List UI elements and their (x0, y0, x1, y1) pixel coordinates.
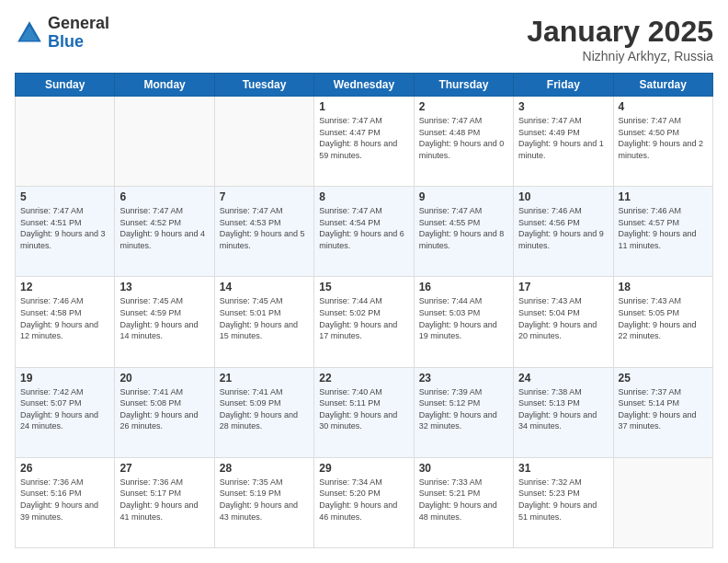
day-info: Sunrise: 7:44 AM Sunset: 5:02 PM Dayligh… (319, 295, 408, 341)
day-cell: 26Sunrise: 7:36 AM Sunset: 5:16 PM Dayli… (16, 457, 115, 547)
day-cell: 10Sunrise: 7:46 AM Sunset: 4:56 PM Dayli… (514, 187, 613, 277)
day-info: Sunrise: 7:46 AM Sunset: 4:56 PM Dayligh… (518, 205, 608, 251)
day-info: Sunrise: 7:46 AM Sunset: 4:57 PM Dayligh… (619, 205, 708, 251)
page: General Blue January 2025 Nizhniy Arkhyz… (0, 0, 728, 563)
day-info: Sunrise: 7:41 AM Sunset: 5:09 PM Dayligh… (220, 386, 309, 432)
day-number: 2 (419, 100, 508, 113)
day-number: 29 (319, 462, 408, 475)
day-info: Sunrise: 7:47 AM Sunset: 4:47 PM Dayligh… (319, 115, 408, 161)
day-info: Sunrise: 7:47 AM Sunset: 4:54 PM Dayligh… (319, 205, 408, 251)
day-info: Sunrise: 7:40 AM Sunset: 5:11 PM Dayligh… (319, 386, 408, 432)
day-cell: 15Sunrise: 7:44 AM Sunset: 5:02 PM Dayli… (314, 277, 414, 367)
day-cell: 7Sunrise: 7:47 AM Sunset: 4:53 PM Daylig… (214, 187, 313, 277)
day-number: 12 (20, 281, 109, 293)
day-info: Sunrise: 7:32 AM Sunset: 5:23 PM Dayligh… (518, 477, 608, 523)
day-number: 1 (319, 100, 408, 113)
day-info: Sunrise: 7:36 AM Sunset: 5:17 PM Dayligh… (119, 477, 209, 523)
day-cell: 20Sunrise: 7:41 AM Sunset: 5:08 PM Dayli… (115, 367, 214, 457)
day-cell: 6Sunrise: 7:47 AM Sunset: 4:52 PM Daylig… (115, 187, 214, 277)
day-number: 27 (119, 462, 209, 475)
day-info: Sunrise: 7:41 AM Sunset: 5:08 PM Dayligh… (119, 386, 209, 432)
day-number: 25 (619, 372, 708, 385)
day-cell: 1Sunrise: 7:47 AM Sunset: 4:47 PM Daylig… (314, 97, 414, 187)
day-info: Sunrise: 7:42 AM Sunset: 5:07 PM Dayligh… (20, 386, 109, 432)
day-cell: 31Sunrise: 7:32 AM Sunset: 5:23 PM Dayli… (514, 457, 613, 547)
logo-general-text: General (48, 15, 109, 33)
week-row-2: 12Sunrise: 7:46 AM Sunset: 4:58 PM Dayli… (16, 277, 713, 367)
day-cell (115, 97, 214, 187)
calendar-title: January 2025 (527, 15, 713, 49)
day-cell (16, 97, 115, 187)
day-cell: 30Sunrise: 7:33 AM Sunset: 5:21 PM Dayli… (414, 457, 513, 547)
day-number: 5 (20, 190, 109, 203)
logo-blue-text: Blue (48, 33, 109, 52)
day-cell: 8Sunrise: 7:47 AM Sunset: 4:54 PM Daylig… (314, 187, 414, 277)
day-cell: 23Sunrise: 7:39 AM Sunset: 5:12 PM Dayli… (414, 367, 513, 457)
day-number: 18 (619, 281, 708, 293)
day-cell: 28Sunrise: 7:35 AM Sunset: 5:19 PM Dayli… (214, 457, 313, 547)
day-number: 26 (20, 462, 109, 475)
day-info: Sunrise: 7:47 AM Sunset: 4:49 PM Dayligh… (518, 115, 608, 161)
day-header-sunday: Sunday (16, 74, 115, 97)
day-info: Sunrise: 7:34 AM Sunset: 5:20 PM Dayligh… (319, 477, 408, 523)
day-info: Sunrise: 7:47 AM Sunset: 4:51 PM Dayligh… (20, 205, 109, 251)
day-info: Sunrise: 7:38 AM Sunset: 5:13 PM Dayligh… (518, 386, 608, 432)
day-cell: 12Sunrise: 7:46 AM Sunset: 4:58 PM Dayli… (16, 277, 115, 367)
calendar-table: SundayMondayTuesdayWednesdayThursdayFrid… (15, 73, 713, 548)
day-cell: 9Sunrise: 7:47 AM Sunset: 4:55 PM Daylig… (414, 187, 513, 277)
day-number: 7 (220, 190, 309, 203)
day-cell: 11Sunrise: 7:46 AM Sunset: 4:57 PM Dayli… (613, 187, 712, 277)
day-header-wednesday: Wednesday (314, 74, 414, 97)
day-info: Sunrise: 7:47 AM Sunset: 4:55 PM Dayligh… (419, 205, 508, 251)
day-cell: 19Sunrise: 7:42 AM Sunset: 5:07 PM Dayli… (16, 367, 115, 457)
day-number: 16 (419, 281, 508, 293)
day-info: Sunrise: 7:45 AM Sunset: 5:01 PM Dayligh… (220, 295, 309, 341)
day-info: Sunrise: 7:43 AM Sunset: 5:04 PM Dayligh… (518, 295, 608, 341)
day-header-monday: Monday (115, 74, 214, 97)
day-number: 17 (518, 281, 608, 293)
day-number: 28 (220, 462, 309, 475)
day-number: 10 (518, 190, 608, 203)
day-number: 8 (319, 190, 408, 203)
day-info: Sunrise: 7:47 AM Sunset: 4:53 PM Dayligh… (220, 205, 309, 251)
logo-icon (15, 18, 44, 48)
day-number: 21 (220, 372, 309, 385)
day-cell: 16Sunrise: 7:44 AM Sunset: 5:03 PM Dayli… (414, 277, 513, 367)
day-number: 30 (419, 462, 508, 475)
day-info: Sunrise: 7:39 AM Sunset: 5:12 PM Dayligh… (419, 386, 508, 432)
day-cell: 25Sunrise: 7:37 AM Sunset: 5:14 PM Dayli… (613, 367, 712, 457)
day-cell: 5Sunrise: 7:47 AM Sunset: 4:51 PM Daylig… (16, 187, 115, 277)
day-number: 23 (419, 372, 508, 385)
day-cell: 14Sunrise: 7:45 AM Sunset: 5:01 PM Dayli… (214, 277, 313, 367)
logo-text: General Blue (48, 15, 109, 52)
day-number: 15 (319, 281, 408, 293)
day-number: 14 (220, 281, 309, 293)
day-cell (613, 457, 712, 547)
day-cell: 2Sunrise: 7:47 AM Sunset: 4:48 PM Daylig… (414, 97, 513, 187)
day-info: Sunrise: 7:44 AM Sunset: 5:03 PM Dayligh… (419, 295, 508, 341)
day-info: Sunrise: 7:33 AM Sunset: 5:21 PM Dayligh… (419, 477, 508, 523)
day-cell: 13Sunrise: 7:45 AM Sunset: 4:59 PM Dayli… (115, 277, 214, 367)
week-row-4: 26Sunrise: 7:36 AM Sunset: 5:16 PM Dayli… (16, 457, 713, 547)
day-number: 22 (319, 372, 408, 385)
day-info: Sunrise: 7:36 AM Sunset: 5:16 PM Dayligh… (20, 477, 109, 523)
day-header-thursday: Thursday (414, 74, 513, 97)
day-cell: 22Sunrise: 7:40 AM Sunset: 5:11 PM Dayli… (314, 367, 414, 457)
title-block: January 2025 Nizhniy Arkhyz, Russia (527, 15, 713, 63)
day-cell: 4Sunrise: 7:47 AM Sunset: 4:50 PM Daylig… (613, 97, 712, 187)
day-number: 31 (518, 462, 608, 475)
day-header-tuesday: Tuesday (214, 74, 313, 97)
day-number: 6 (119, 190, 209, 203)
day-info: Sunrise: 7:46 AM Sunset: 4:58 PM Dayligh… (20, 295, 109, 341)
week-row-0: 1Sunrise: 7:47 AM Sunset: 4:47 PM Daylig… (16, 97, 713, 187)
day-info: Sunrise: 7:47 AM Sunset: 4:50 PM Dayligh… (619, 115, 708, 161)
day-cell: 27Sunrise: 7:36 AM Sunset: 5:17 PM Dayli… (115, 457, 214, 547)
day-number: 9 (419, 190, 508, 203)
day-number: 3 (518, 100, 608, 113)
day-number: 20 (119, 372, 209, 385)
day-header-friday: Friday (514, 74, 613, 97)
day-info: Sunrise: 7:47 AM Sunset: 4:48 PM Dayligh… (419, 115, 508, 161)
day-cell: 3Sunrise: 7:47 AM Sunset: 4:49 PM Daylig… (514, 97, 613, 187)
day-cell (214, 97, 313, 187)
day-info: Sunrise: 7:45 AM Sunset: 4:59 PM Dayligh… (119, 295, 209, 341)
